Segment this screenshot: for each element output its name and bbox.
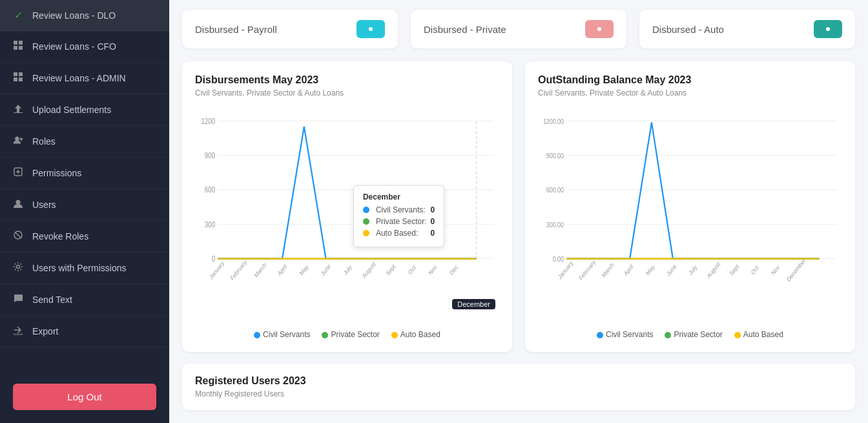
logout-button[interactable]: Log Out — [13, 384, 156, 410]
svg-text:Nov: Nov — [428, 263, 439, 277]
registered-users-section: Registered Users 2023 Monthly Registered… — [182, 364, 855, 410]
svg-point-8 — [15, 136, 19, 140]
tooltip-row-private: Private Sector: 0 — [363, 217, 435, 226]
svg-text:600.00: 600.00 — [546, 186, 564, 194]
svg-point-14 — [369, 27, 373, 31]
svg-text:Dec: Dec — [449, 263, 460, 277]
sidebar-item-export[interactable]: Export — [0, 316, 169, 347]
charts-row: Disbursements May 2023 Civil Servants, P… — [182, 61, 855, 352]
grid-icon-2 — [12, 72, 25, 85]
tooltip-auto-label: Auto Based: — [376, 229, 418, 238]
svg-rect-0 — [14, 41, 17, 45]
svg-text:300.00: 300.00 — [546, 221, 564, 229]
legend-civil-servants-right: Civil Servants — [597, 330, 653, 339]
svg-text:600: 600 — [205, 185, 215, 194]
svg-text:May: May — [645, 263, 656, 277]
svg-text:July: July — [688, 263, 699, 277]
svg-text:900: 900 — [205, 151, 215, 160]
svg-text:Nov: Nov — [770, 263, 781, 277]
upload-icon — [12, 103, 25, 116]
tooltip-civil-dot — [363, 207, 369, 213]
cards-row: Disbursed - Payroll Disbursed - Private … — [182, 0, 855, 55]
sidebar-item-review-loans-dlo[interactable]: ✓ Review Loans - DLO — [0, 0, 169, 31]
sidebar-item-roles[interactable]: Roles — [0, 126, 169, 158]
grid-icon — [12, 40, 25, 53]
left-chart-svg: 1200 900 600 300 0 January February — [195, 107, 499, 300]
svg-text:July: July — [342, 263, 353, 277]
chart-tooltip: December Civil Servants: 0 Private Secto… — [353, 185, 444, 247]
plus-square-icon — [12, 167, 25, 180]
sidebar-item-label: Review Loans - CFO — [32, 41, 116, 52]
svg-text:June: June — [666, 263, 678, 278]
chat-icon — [12, 293, 25, 306]
legend-private-sector: Private Sector — [322, 330, 379, 339]
tooltip-auto-value: 0 — [431, 229, 435, 238]
card-private-label: Disbursed - Private — [424, 24, 506, 35]
svg-text:Oct: Oct — [750, 263, 760, 276]
sidebar-item-send-text[interactable]: Send Text — [0, 284, 169, 316]
card-payroll: Disbursed - Payroll — [182, 10, 398, 48]
svg-point-13 — [17, 265, 20, 269]
main-content: Disbursed - Payroll Disbursed - Private … — [169, 0, 868, 423]
svg-text:August: August — [361, 260, 377, 280]
svg-text:April: April — [623, 263, 635, 277]
svg-rect-4 — [14, 72, 17, 76]
svg-rect-3 — [19, 46, 23, 50]
user-icon — [12, 198, 25, 211]
sidebar-item-users[interactable]: Users — [0, 189, 169, 221]
svg-text:1200.00: 1200.00 — [543, 118, 564, 125]
svg-text:June: June — [320, 263, 332, 278]
card-auto-icon — [814, 20, 842, 38]
card-payroll-icon — [356, 20, 385, 38]
sidebar-item-label: Users with Permissions — [32, 263, 126, 273]
registered-users-title: Registered Users 2023 — [195, 375, 842, 387]
card-auto: Disbursed - Auto — [639, 10, 855, 48]
svg-text:900.00: 900.00 — [546, 152, 564, 160]
svg-rect-7 — [19, 77, 23, 81]
card-payroll-label: Disbursed - Payroll — [195, 24, 277, 35]
sidebar-item-review-loans-admin[interactable]: Review Loans - ADMIN — [0, 63, 169, 94]
gear-icon — [12, 262, 25, 274]
svg-text:0.00: 0.00 — [553, 255, 564, 263]
right-chart-area: 1200.00 900.00 600.00 300.00 0.00 Januar… — [538, 107, 842, 326]
sidebar-item-label: Permissions — [32, 168, 81, 178]
svg-rect-1 — [19, 41, 23, 45]
ban-icon — [12, 230, 25, 243]
sidebar-item-label: Review Loans - ADMIN — [32, 73, 126, 83]
export-icon — [12, 325, 25, 338]
svg-rect-2 — [14, 46, 17, 50]
sidebar-item-upload-settlements[interactable]: Upload Settlements — [0, 94, 169, 126]
legend-auto-based: Auto Based — [391, 330, 440, 339]
svg-text:Sept: Sept — [728, 263, 740, 278]
sidebar-item-permissions[interactable]: Permissions — [0, 158, 169, 189]
legend-auto-based-right: Auto Based — [734, 330, 783, 339]
svg-text:Sept: Sept — [385, 263, 397, 278]
tooltip-private-label: Private Sector: — [376, 217, 427, 226]
left-chart-subtitle: Civil Servants, Private Sector & Auto Lo… — [195, 88, 499, 98]
svg-rect-5 — [19, 72, 23, 76]
legend-private-sector-right: Private Sector — [665, 330, 722, 339]
right-chart-title: OutStanding Balance May 2023 — [538, 74, 842, 86]
svg-text:August: August — [706, 260, 721, 280]
sidebar-item-label: Export — [32, 326, 58, 336]
svg-text:Oct: Oct — [407, 263, 417, 276]
card-private-icon — [585, 20, 614, 38]
svg-line-12 — [16, 232, 21, 238]
sidebar-item-label: Upload Settlements — [32, 105, 111, 115]
sidebar-item-label: Revoke Roles — [32, 231, 88, 242]
sidebar: ✓ Review Loans - DLO Review Loans - CFO … — [0, 0, 169, 423]
sidebar-item-users-with-permissions[interactable]: Users with Permissions — [0, 253, 169, 284]
right-chart-container: OutStanding Balance May 2023 Civil Serva… — [525, 61, 855, 352]
card-auto-label: Disbursed - Auto — [652, 24, 724, 35]
sidebar-item-label: Roles — [32, 136, 56, 147]
tooltip-title: December — [363, 192, 435, 201]
user-plus-icon — [12, 135, 25, 148]
right-chart-subtitle: Civil Servants, Private Sector & Auto Lo… — [538, 88, 842, 98]
svg-text:March: March — [601, 261, 615, 278]
sidebar-item-review-loans-cfo[interactable]: Review Loans - CFO — [0, 31, 169, 63]
registered-users-subtitle: Monthly Registered Users — [195, 389, 842, 398]
tooltip-row-auto: Auto Based: 0 — [363, 229, 435, 238]
sidebar-item-label: Review Loans - DLO — [32, 10, 116, 21]
svg-text:January: January — [208, 259, 225, 280]
sidebar-item-revoke-roles[interactable]: Revoke Roles — [0, 221, 169, 253]
